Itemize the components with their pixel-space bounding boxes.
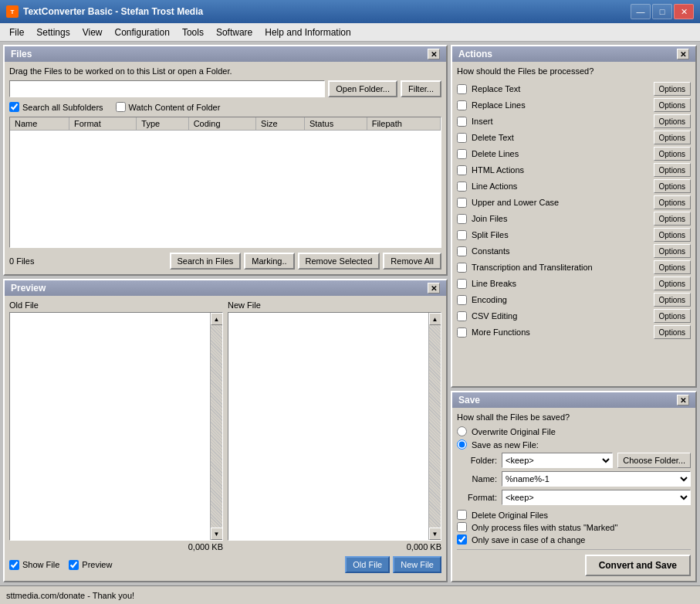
- old-file-button[interactable]: Old File: [345, 556, 390, 573]
- menu-item-tools[interactable]: Tools: [176, 24, 210, 41]
- watch-content-checkbox[interactable]: [116, 102, 126, 112]
- filter-button[interactable]: Filter...: [401, 80, 441, 97]
- options-button-split_files[interactable]: Options: [654, 228, 691, 242]
- scroll-down-new[interactable]: ▼: [429, 528, 441, 540]
- svg-text:T: T: [11, 8, 15, 15]
- format-select[interactable]: <keep>: [502, 490, 691, 505]
- menu-item-view[interactable]: View: [76, 24, 109, 41]
- new-file-pane: New File ▲ ▼ 0,000 KB: [228, 300, 441, 551]
- action-checkbox-upper_lower_case[interactable]: [457, 198, 467, 208]
- options-button-more_functions[interactable]: Options: [654, 325, 691, 339]
- action-checkbox-replace_text[interactable]: [457, 84, 467, 94]
- actions-panel-close[interactable]: ✕: [677, 49, 689, 59]
- options-button-delete_text[interactable]: Options: [654, 131, 691, 144]
- preview-checkbox-label[interactable]: Preview: [69, 560, 112, 570]
- convert-and-save-button[interactable]: Convert and Save: [585, 555, 691, 576]
- options-button-line_breaks[interactable]: Options: [654, 277, 691, 290]
- options-button-join_files[interactable]: Options: [654, 212, 691, 226]
- show-file-checkbox[interactable]: [9, 560, 19, 570]
- preview-panes: Old File ▲ ▼ 0,000 KB New File: [9, 300, 441, 551]
- close-button[interactable]: ✕: [674, 4, 694, 19]
- action-checkbox-split_files[interactable]: [457, 230, 467, 240]
- options-button-delete_lines[interactable]: Options: [654, 147, 691, 161]
- menu-item-help[interactable]: Help and Information: [259, 24, 357, 41]
- options-button-csv_editing[interactable]: Options: [654, 309, 691, 323]
- new-file-textarea[interactable]: [228, 313, 441, 540]
- only-marked-checkbox[interactable]: [457, 522, 467, 532]
- choose-folder-button[interactable]: Choose Folder...: [617, 453, 691, 468]
- files-table: Name Format Type Coding Size Status File…: [10, 117, 441, 131]
- show-file-label[interactable]: Show File: [9, 560, 59, 570]
- save-as-new-radio-label[interactable]: Save as new File:: [472, 440, 539, 450]
- scroll-down-old[interactable]: ▼: [211, 528, 223, 540]
- name-label: Name:: [457, 474, 497, 484]
- menu-item-settings[interactable]: Settings: [30, 24, 76, 41]
- options-button-replace_text[interactable]: Options: [654, 82, 691, 96]
- action-checkbox-line_breaks[interactable]: [457, 279, 467, 289]
- action-checkbox-delete_lines[interactable]: [457, 149, 467, 159]
- delete-original-checkbox[interactable]: [457, 510, 467, 520]
- options-button-replace_lines[interactable]: Options: [654, 98, 691, 112]
- options-button-upper_lower_case[interactable]: Options: [654, 195, 691, 209]
- preview-checkbox[interactable]: [69, 560, 79, 570]
- action-checkbox-html_actions[interactable]: [457, 165, 467, 175]
- save-panel-close[interactable]: ✕: [677, 395, 689, 405]
- preview-btns: Old File New File: [345, 556, 441, 573]
- scroll-up-new[interactable]: ▲: [429, 313, 441, 325]
- only-changed-checkbox[interactable]: [457, 534, 467, 545]
- col-name: Name: [10, 117, 69, 131]
- files-table-container: Name Format Type Coding Size Status File…: [9, 117, 441, 248]
- action-label-more_functions: More Functions: [472, 327, 530, 337]
- action-checkbox-csv_editing[interactable]: [457, 311, 467, 321]
- remove-selected-button[interactable]: Remove Selected: [298, 253, 380, 270]
- delete-original-label[interactable]: Delete Original Files: [472, 511, 548, 520]
- options-button-transcription[interactable]: Options: [654, 260, 691, 274]
- options-button-html_actions[interactable]: Options: [654, 163, 691, 177]
- menu-item-file[interactable]: File: [3, 24, 30, 41]
- minimize-button[interactable]: —: [631, 4, 651, 19]
- overwrite-radio[interactable]: [457, 426, 467, 436]
- action-row-transcription: Transcription and TransliterationOptions: [457, 260, 691, 274]
- remove-all-button[interactable]: Remove All: [383, 253, 441, 270]
- options-button-encoding[interactable]: Options: [654, 293, 691, 307]
- action-checkbox-line_actions[interactable]: [457, 182, 467, 192]
- menu-item-software[interactable]: Software: [210, 24, 259, 41]
- name-select[interactable]: %name%-1: [502, 471, 691, 487]
- action-checkbox-constants[interactable]: [457, 246, 467, 256]
- only-changed-label[interactable]: Only save in case of a change: [472, 535, 585, 545]
- action-checkbox-transcription[interactable]: [457, 263, 467, 273]
- options-button-constants[interactable]: Options: [654, 244, 691, 258]
- action-checkbox-replace_lines[interactable]: [457, 100, 467, 110]
- save-as-new-radio[interactable]: [457, 439, 467, 450]
- open-folder-button[interactable]: Open Folder...: [328, 80, 397, 97]
- files-path-input[interactable]: [9, 80, 325, 97]
- search-subfolders-label[interactable]: Search all Subfolders: [9, 102, 103, 112]
- action-checkbox-more_functions[interactable]: [457, 327, 467, 338]
- files-panel-close[interactable]: ✕: [428, 49, 440, 59]
- marking-button[interactable]: Marking..: [244, 253, 294, 270]
- titlebar: T TextConverter Basic - Stefan Trost Med…: [0, 0, 700, 23]
- action-checkbox-delete_text[interactable]: [457, 133, 467, 143]
- only-marked-label[interactable]: Only process files with status "Marked": [472, 523, 617, 532]
- old-file-textarea[interactable]: [10, 313, 222, 540]
- search-in-files-button[interactable]: Search in Files: [170, 253, 242, 270]
- new-file-button[interactable]: New File: [393, 556, 441, 573]
- action-left-csv_editing: CSV Editing: [457, 311, 517, 321]
- watch-content-label[interactable]: Watch Content of Folder: [116, 102, 221, 112]
- search-subfolders-checkbox[interactable]: [9, 102, 19, 112]
- action-checkbox-join_files[interactable]: [457, 214, 467, 224]
- options-button-line_actions[interactable]: Options: [654, 179, 691, 193]
- scroll-up-old[interactable]: ▲: [211, 313, 223, 325]
- maximize-button[interactable]: □: [652, 4, 672, 19]
- new-file-scrollbar: ▲ ▼: [428, 313, 441, 540]
- action-checkbox-insert[interactable]: [457, 117, 467, 127]
- save-panel-header: Save ✕: [452, 392, 695, 408]
- format-label: Format:: [457, 493, 497, 502]
- action-label-insert: Insert: [472, 117, 493, 126]
- action-checkbox-encoding[interactable]: [457, 295, 467, 305]
- overwrite-radio-label[interactable]: Overwrite Original File: [472, 427, 556, 436]
- menu-item-configuration[interactable]: Configuration: [109, 24, 176, 41]
- preview-panel-close[interactable]: ✕: [428, 283, 440, 294]
- folder-select[interactable]: <keep>: [502, 453, 613, 468]
- options-button-insert[interactable]: Options: [654, 114, 691, 128]
